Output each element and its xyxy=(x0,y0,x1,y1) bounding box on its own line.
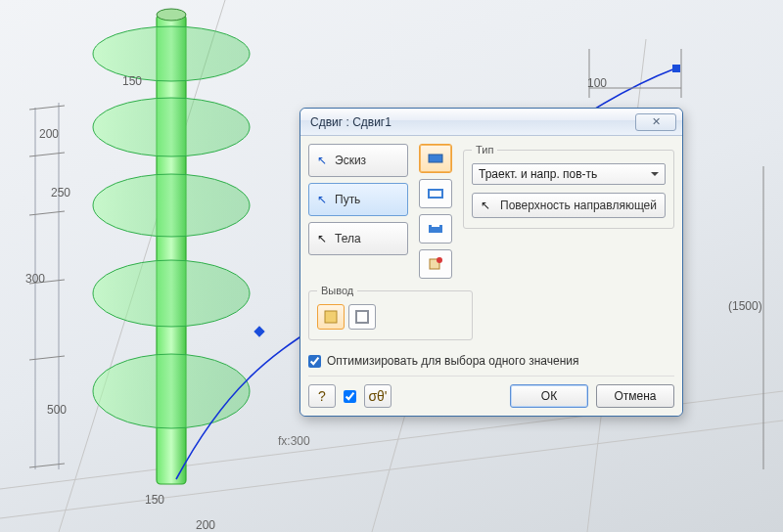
pick-path-label: Путь xyxy=(335,193,360,206)
optimize-row: Оптимизировать для выбора одного значени… xyxy=(308,354,674,368)
preview-glasses-button[interactable]: σθ' xyxy=(364,384,392,408)
svg-point-15 xyxy=(157,9,186,21)
pick-bodies-button[interactable]: ↖ Тела xyxy=(308,222,408,255)
pick-sketch-label: Эскиз xyxy=(335,154,366,167)
mode-join-button[interactable] xyxy=(419,144,452,173)
svg-point-19 xyxy=(93,260,250,327)
type-group: Тип Траект. и напр. пов-ть ↖ Поверхность… xyxy=(463,144,674,229)
svg-point-31 xyxy=(437,257,442,263)
dim-100: 100 xyxy=(587,76,607,90)
optimize-checkbox[interactable] xyxy=(308,355,321,368)
ok-button[interactable]: ОК xyxy=(510,384,588,408)
dim-200: 200 xyxy=(39,127,59,141)
svg-point-16 xyxy=(93,26,250,81)
guide-surface-label: Поверхность направляющей xyxy=(500,199,657,212)
pick-sketch-button[interactable]: ↖ Эскиз xyxy=(308,144,408,177)
guide-surface-button[interactable]: ↖ Поверхность направляющей xyxy=(472,193,666,218)
solid-icon xyxy=(323,309,339,325)
help-button[interactable]: ? xyxy=(308,384,336,408)
pointer-icon: ↖ xyxy=(317,232,327,245)
mode-newsolid-button[interactable] xyxy=(419,249,452,279)
svg-rect-26 xyxy=(429,155,442,162)
svg-line-0 xyxy=(0,421,783,518)
svg-rect-29 xyxy=(432,223,439,227)
type-legend: Тип xyxy=(472,144,497,155)
svg-point-20 xyxy=(93,354,250,428)
pick-bodies-label: Тела xyxy=(335,232,361,245)
help-icon: ? xyxy=(318,388,326,404)
selection-column: ↖ Эскиз ↖ Путь ↖ Тела xyxy=(308,144,408,279)
svg-rect-22 xyxy=(253,326,264,336)
sweep-dialog: Сдвиг : Сдвиг1 ✕ ↖ Эскиз ↖ Путь ↖ Тела xyxy=(299,108,683,417)
svg-line-8 xyxy=(29,106,65,110)
svg-point-18 xyxy=(93,174,250,237)
svg-rect-33 xyxy=(356,311,368,323)
svg-rect-32 xyxy=(325,311,337,323)
surface-icon xyxy=(354,309,370,325)
dim-150: 150 xyxy=(122,74,142,88)
mode-cut-button[interactable] xyxy=(419,179,452,208)
output-legend: Вывод xyxy=(317,285,357,296)
type-value: Траект. и напр. пов-ть xyxy=(479,167,597,181)
newsolid-icon xyxy=(427,255,444,273)
output-group: Вывод xyxy=(308,285,473,340)
mode-intersect-button[interactable] xyxy=(419,214,452,244)
svg-line-13 xyxy=(29,464,65,467)
dialog-title: Сдвиг : Сдвиг1 xyxy=(310,115,392,129)
dim-500: 500 xyxy=(47,403,67,417)
preview-checkbox[interactable] xyxy=(344,390,356,403)
pointer-icon: ↖ xyxy=(317,193,327,206)
svg-rect-21 xyxy=(672,65,680,72)
svg-rect-27 xyxy=(429,190,442,198)
output-solid-button[interactable] xyxy=(317,304,345,330)
join-icon xyxy=(427,150,444,167)
intersect-icon xyxy=(427,220,444,238)
dim-1500: (1500) xyxy=(728,299,762,313)
dim-250: 250 xyxy=(51,186,70,200)
dialog-footer: ? σθ' ОК Отмена xyxy=(308,376,674,408)
svg-line-12 xyxy=(29,356,65,360)
dim-fx300: fx:300 xyxy=(278,434,310,448)
svg-line-10 xyxy=(29,211,65,215)
close-button[interactable]: ✕ xyxy=(635,113,676,131)
close-icon: ✕ xyxy=(652,115,661,128)
optimize-label: Оптимизировать для выбора одного значени… xyxy=(327,354,578,368)
svg-line-9 xyxy=(29,153,65,156)
cancel-button[interactable]: Отмена xyxy=(596,384,674,408)
pointer-icon: ↖ xyxy=(317,154,327,167)
dim-bottom-200: 200 xyxy=(196,518,215,532)
glasses-icon: σθ' xyxy=(368,388,387,404)
type-dropdown[interactable]: Траект. и напр. пов-ть xyxy=(472,163,666,185)
pointer-icon: ↖ xyxy=(481,199,490,212)
operation-mode-column xyxy=(414,144,457,279)
pick-path-button[interactable]: ↖ Путь xyxy=(308,183,408,216)
svg-point-17 xyxy=(93,98,250,156)
dim-300: 300 xyxy=(25,272,45,286)
output-surface-button[interactable] xyxy=(348,304,376,330)
dim-bottom-150: 150 xyxy=(145,493,164,507)
titlebar[interactable]: Сдвиг : Сдвиг1 ✕ xyxy=(300,109,682,136)
cancel-label: Отмена xyxy=(614,389,656,403)
ok-label: ОК xyxy=(541,389,557,403)
cut-icon xyxy=(427,185,444,202)
